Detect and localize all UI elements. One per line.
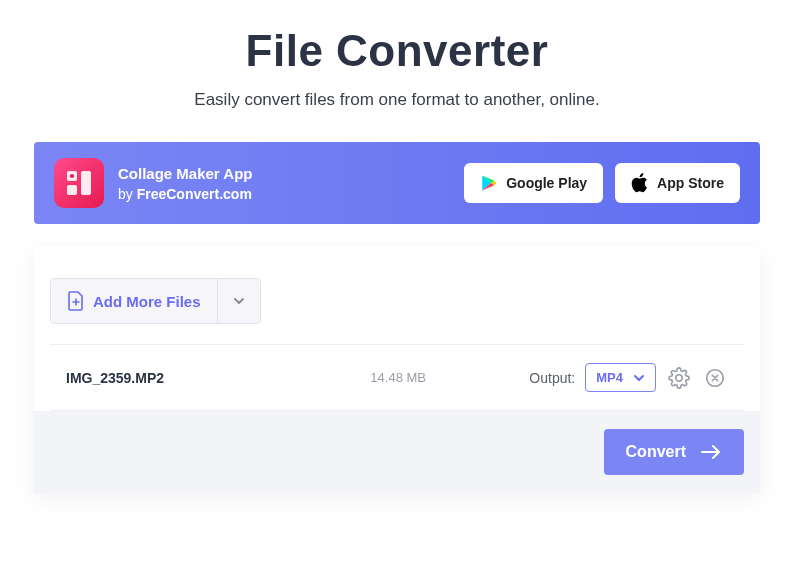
convert-button[interactable]: Convert	[604, 429, 744, 475]
promo-app-name: Collage Maker App	[118, 165, 252, 182]
promo-by-prefix: by	[118, 186, 137, 202]
google-play-label: Google Play	[506, 175, 587, 191]
add-more-files-label: Add More Files	[93, 293, 201, 310]
settings-button[interactable]	[666, 365, 692, 391]
svg-rect-2	[67, 185, 77, 195]
app-store-label: App Store	[657, 175, 724, 191]
apple-icon	[631, 173, 649, 193]
promo-banner: Collage Maker App by FreeConvert.com Goo…	[34, 142, 760, 224]
collage-app-icon	[54, 158, 104, 208]
store-buttons: Google Play App Store	[464, 163, 740, 203]
chevron-down-icon	[633, 372, 645, 384]
app-store-button[interactable]: App Store	[615, 163, 740, 203]
page-subtitle: Easily convert files from one format to …	[0, 90, 794, 110]
close-circle-icon	[704, 367, 726, 389]
add-files-group: Add More Files	[50, 278, 261, 324]
promo-left: Collage Maker App by FreeConvert.com	[54, 158, 252, 208]
svg-rect-3	[81, 171, 91, 195]
google-play-button[interactable]: Google Play	[464, 163, 603, 203]
google-play-icon	[480, 174, 498, 192]
promo-text: Collage Maker App by FreeConvert.com	[118, 165, 252, 202]
output-format-select[interactable]: MP4	[585, 363, 656, 392]
add-files-dropdown-button[interactable]	[217, 279, 260, 323]
output-label: Output:	[529, 370, 575, 386]
convert-bar: Convert	[34, 411, 760, 493]
convert-label: Convert	[626, 443, 686, 461]
add-more-files-button[interactable]: Add More Files	[51, 279, 217, 323]
file-size: 14.48 MB	[306, 370, 426, 385]
remove-file-button[interactable]	[702, 365, 728, 391]
promo-brand: FreeConvert.com	[137, 186, 252, 202]
svg-point-4	[70, 174, 74, 178]
output-group: Output: MP4	[529, 363, 728, 392]
page-title: File Converter	[0, 26, 794, 76]
file-name: IMG_2359.MP2	[66, 370, 306, 386]
converter-panel: Add More Files IMG_2359.MP2 14.48 MB Out…	[34, 246, 760, 493]
gear-icon	[668, 367, 690, 389]
output-format-value: MP4	[596, 370, 623, 385]
chevron-down-icon	[232, 294, 246, 308]
file-plus-icon	[67, 291, 85, 311]
panel-inner: Add More Files IMG_2359.MP2 14.48 MB Out…	[34, 246, 760, 411]
arrow-right-icon	[700, 444, 722, 460]
promo-by-line: by FreeConvert.com	[118, 186, 252, 202]
file-row: IMG_2359.MP2 14.48 MB Output: MP4	[50, 344, 744, 411]
